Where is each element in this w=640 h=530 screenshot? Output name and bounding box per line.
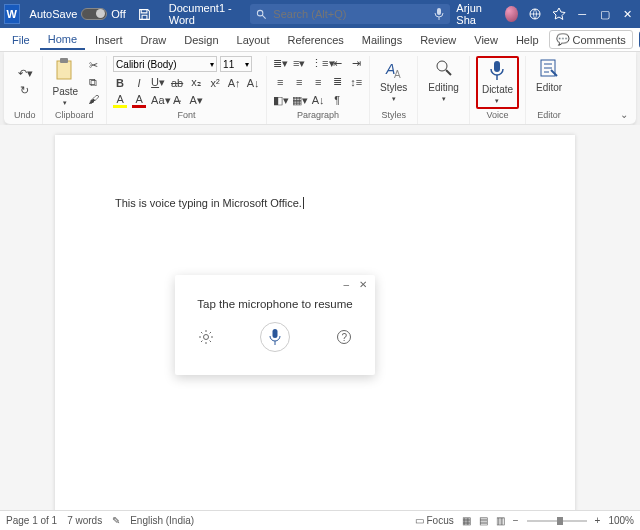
- justify-icon[interactable]: ≣: [330, 75, 344, 88]
- read-mode-icon[interactable]: ▦: [462, 515, 471, 526]
- save-icon[interactable]: [138, 8, 151, 21]
- user-name[interactable]: Arjun Sha: [456, 2, 495, 26]
- document-title: Document1 - Word: [157, 2, 251, 26]
- cut-icon[interactable]: ✂: [86, 59, 100, 72]
- decrease-indent-icon[interactable]: ⇤: [330, 57, 344, 70]
- tab-review[interactable]: Review: [412, 31, 464, 49]
- page-number[interactable]: Page 1 of 1: [6, 515, 57, 526]
- web-icon[interactable]: [528, 7, 542, 21]
- group-clipboard: Paste ▾ ✂ ⧉ 🖌 Clipboard: [43, 56, 108, 124]
- comments-button[interactable]: 💬 Comments: [549, 30, 633, 49]
- ribbon: ↶▾ ↻ Undo Paste ▾ ✂ ⧉ 🖌 Clipboard Calibr…: [4, 52, 636, 125]
- tab-view[interactable]: View: [466, 31, 506, 49]
- numbering-icon[interactable]: ≡▾: [292, 57, 306, 70]
- mic-icon[interactable]: [434, 8, 444, 20]
- editing-button[interactable]: Editing▾: [424, 56, 463, 105]
- language[interactable]: English (India): [130, 515, 194, 526]
- close-panel-icon[interactable]: ✕: [359, 279, 367, 290]
- underline-icon[interactable]: U▾: [151, 76, 165, 89]
- web-layout-icon[interactable]: ▥: [496, 515, 505, 526]
- borders-icon[interactable]: ▦▾: [292, 94, 306, 107]
- user-avatar-icon[interactable]: [505, 6, 518, 22]
- tab-home[interactable]: Home: [40, 30, 85, 50]
- spellcheck-icon[interactable]: ✎: [112, 515, 120, 526]
- tab-references[interactable]: References: [280, 31, 352, 49]
- paste-button[interactable]: Paste ▾: [49, 56, 83, 109]
- redo-icon[interactable]: ↻: [18, 84, 32, 97]
- dictate-button[interactable]: Dictate▾: [476, 56, 519, 109]
- shading-icon[interactable]: ◧▾: [273, 94, 287, 107]
- zoom-out-icon[interactable]: −: [513, 515, 519, 526]
- font-color-icon[interactable]: A: [132, 93, 146, 108]
- tab-file[interactable]: File: [4, 31, 38, 49]
- svg-rect-2: [437, 8, 441, 15]
- dictate-help-icon[interactable]: ?: [336, 329, 352, 345]
- bold-icon[interactable]: B: [113, 77, 127, 89]
- undo-icon[interactable]: ↶▾: [18, 67, 32, 80]
- maximize-button[interactable]: ▢: [598, 8, 611, 21]
- superscript-icon[interactable]: x²: [208, 77, 222, 89]
- search-icon: [256, 9, 267, 20]
- search-box[interactable]: [250, 4, 450, 24]
- collapse-ribbon-icon[interactable]: ⌄: [620, 109, 628, 120]
- tab-mailings[interactable]: Mailings: [354, 31, 410, 49]
- document-text[interactable]: This is voice typing in Microsoft Office…: [115, 197, 304, 209]
- italic-icon[interactable]: I: [132, 77, 146, 89]
- tab-layout[interactable]: Layout: [229, 31, 278, 49]
- coming-soon-icon[interactable]: [552, 7, 566, 21]
- word-app-icon: W: [4, 4, 20, 24]
- autosave-toggle[interactable]: AutoSave Off: [24, 8, 132, 20]
- align-right-icon[interactable]: ≡: [311, 76, 325, 88]
- zoom-in-icon[interactable]: +: [595, 515, 601, 526]
- strikethrough-icon[interactable]: ab: [170, 77, 184, 89]
- change-case-icon[interactable]: Aa▾: [151, 94, 165, 107]
- subscript-icon[interactable]: x₂: [189, 76, 203, 89]
- search-input[interactable]: [273, 8, 428, 20]
- minimize-panel-icon[interactable]: –: [343, 279, 349, 290]
- font-name-select[interactable]: Calibri (Body)▾: [113, 56, 217, 72]
- font-size-select[interactable]: 11▾: [220, 56, 252, 72]
- shrink-font-icon[interactable]: A↓: [246, 77, 260, 89]
- copy-icon[interactable]: ⧉: [86, 76, 100, 89]
- focus-mode[interactable]: ▭ Focus: [415, 515, 454, 526]
- tab-help[interactable]: Help: [508, 31, 547, 49]
- styles-button[interactable]: AA Styles▾: [376, 56, 411, 105]
- close-button[interactable]: ✕: [621, 8, 634, 21]
- word-count[interactable]: 7 words: [67, 515, 102, 526]
- zoom-slider[interactable]: [527, 520, 587, 522]
- tab-draw[interactable]: Draw: [133, 31, 175, 49]
- format-painter-icon[interactable]: 🖌: [86, 93, 100, 105]
- toggle-off-icon[interactable]: [81, 8, 107, 20]
- increase-indent-icon[interactable]: ⇥: [349, 57, 363, 70]
- dictate-settings-icon[interactable]: [198, 329, 214, 345]
- group-editing: Editing▾: [418, 56, 470, 124]
- ribbon-tabs: File Home Insert Draw Design Layout Refe…: [0, 28, 640, 52]
- grow-font-icon[interactable]: A↑: [227, 77, 241, 89]
- align-center-icon[interactable]: ≡: [292, 76, 306, 88]
- dictate-mic-button[interactable]: [260, 322, 290, 352]
- line-spacing-icon[interactable]: ↕≡: [349, 76, 363, 88]
- clear-format-icon[interactable]: A̶: [170, 94, 184, 107]
- svg-point-14: [204, 335, 209, 340]
- multilevel-icon[interactable]: ⋮≡▾: [311, 57, 325, 70]
- tab-insert[interactable]: Insert: [87, 31, 131, 49]
- comments-label: Comments: [573, 34, 626, 46]
- title-bar: W AutoSave Off Document1 - Word Arjun Sh…: [0, 0, 640, 28]
- print-layout-icon[interactable]: ▤: [479, 515, 488, 526]
- highlight-icon[interactable]: A: [113, 93, 127, 108]
- text-effects-icon[interactable]: A▾: [189, 94, 203, 107]
- editor-button[interactable]: Editor: [532, 56, 566, 95]
- minimize-button[interactable]: ─: [576, 8, 589, 20]
- group-editor: Editor Editor: [526, 56, 572, 124]
- align-left-icon[interactable]: ≡: [273, 76, 287, 88]
- status-bar: Page 1 of 1 7 words ✎ English (India) ▭ …: [0, 510, 640, 530]
- page[interactable]: This is voice typing in Microsoft Office…: [55, 135, 575, 525]
- bullets-icon[interactable]: ≣▾: [273, 57, 287, 70]
- autosave-state: Off: [111, 8, 125, 20]
- group-label: Styles: [381, 108, 406, 122]
- sort-icon[interactable]: A↓: [311, 94, 325, 106]
- show-marks-icon[interactable]: ¶: [330, 94, 344, 106]
- zoom-level[interactable]: 100%: [608, 515, 634, 526]
- paste-icon: [54, 58, 76, 84]
- tab-design[interactable]: Design: [176, 31, 226, 49]
